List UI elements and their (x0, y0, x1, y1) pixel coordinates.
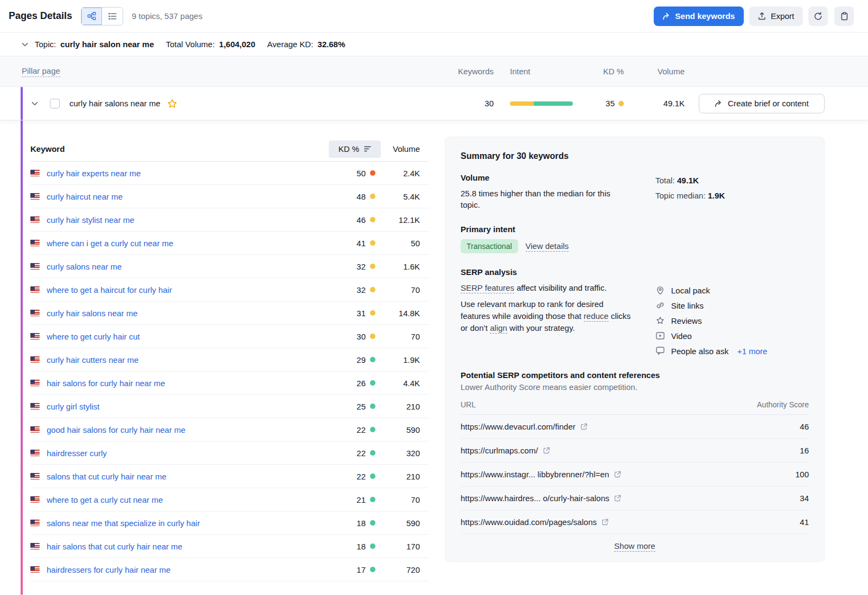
keyword-link[interactable]: where to get a haircut for curly hair (47, 285, 329, 295)
keyword-row: where to get a curly cut near me 21 70 (30, 488, 429, 511)
clipboard-button[interactable] (834, 7, 854, 26)
kd-value: 31 (356, 309, 366, 318)
kd-value: 32 (356, 285, 366, 295)
serp-features-link[interactable]: SERP features (461, 283, 514, 293)
kd-dot (370, 334, 375, 339)
competitor-url-text: https://curlmaps.com/ (461, 446, 538, 455)
mindmap-view-button[interactable] (81, 8, 102, 25)
keyword-link[interactable]: hair salons that cut curly hair near me (47, 542, 329, 551)
us-flag-icon (30, 380, 40, 386)
external-link-icon (602, 519, 609, 526)
pillar-expand-chevron-icon[interactable] (31, 101, 38, 106)
align-link[interactable]: align (490, 323, 507, 334)
keyword-link[interactable]: good hair salons for curly hair near me (47, 425, 329, 434)
url-row: https://www.ouidad.com/pages/salons 41 (461, 510, 809, 534)
kd-dot (370, 170, 375, 176)
kd-dot (370, 520, 375, 526)
keyword-row: where can i get a curly cut near me 41 5… (30, 232, 429, 255)
keyword-link[interactable]: curly hair experts near me (47, 169, 329, 178)
create-brief-button[interactable]: Create brief or content (699, 94, 825, 113)
keyword-link[interactable]: where to get a curly cut near me (47, 495, 329, 504)
us-flag-icon (30, 170, 40, 176)
volume-value: 170 (381, 542, 429, 551)
kd-value: 50 (356, 169, 366, 178)
competitor-url-link[interactable]: https://www.instagr... libbybrenner/?hl=… (461, 470, 621, 479)
keyword-table: Keyword KD % Volume curly hair experts n… (30, 137, 429, 581)
export-button[interactable]: Export (749, 7, 803, 26)
serp-feature-people-also-ask: People also ask +1 more (655, 343, 767, 359)
keyword-link[interactable]: where to get curly hair cut (47, 332, 329, 341)
external-link-icon (614, 495, 621, 502)
competitor-url-link[interactable]: https://curlmaps.com/ (461, 446, 550, 455)
topic-collapse-chevron-icon[interactable] (22, 42, 28, 47)
pillar-checkbox[interactable] (50, 99, 60, 108)
keyword-link[interactable]: salons near me that specialize in curly … (47, 519, 329, 528)
kd-dot (370, 404, 375, 409)
keyword-row: salons that cut curly hair near me 22 21… (30, 465, 429, 488)
export-icon (758, 12, 766, 20)
keyword-link[interactable]: hair salons for curly hair near me (47, 379, 329, 388)
keyword-link[interactable]: curly salons near me (47, 262, 329, 271)
kd-value: 26 (356, 379, 366, 388)
summary-title: Summary for 30 keywords (461, 151, 809, 161)
keyword-row: curly hair cutters near me 29 1.9K (30, 348, 429, 372)
kd-dot (370, 194, 375, 199)
list-view-button[interactable] (102, 8, 123, 25)
kd-sort-header[interactable]: KD % (329, 140, 381, 158)
page-title: Pages Details (9, 10, 72, 22)
kd-dot (618, 101, 624, 106)
competitors-section: Potential SERP competitors and content r… (461, 370, 809, 551)
keyword-link[interactable]: where can i get a curly cut near me (47, 239, 329, 248)
view-details-link[interactable]: View details (526, 241, 569, 252)
url-row: https://www.hairdres... o/curly-hair-sal… (461, 487, 809, 510)
refresh-button[interactable] (808, 7, 828, 26)
keyword-link[interactable]: salons that cut curly hair near me (47, 472, 329, 481)
competitor-url-link[interactable]: https://www.devacurl.com/finder (461, 422, 588, 431)
send-keywords-button[interactable]: Send keywords (654, 7, 744, 26)
reduce-link[interactable]: reduce (584, 311, 609, 322)
volume-value: 2.4K (381, 169, 429, 178)
favorite-star-icon[interactable] (167, 99, 177, 108)
pillar-page-title: curly hair salons near me (69, 99, 161, 108)
topic-bar: Topic: curly hair salon near me Total Vo… (0, 33, 868, 56)
pillar-page-column-header[interactable]: Pillar page (22, 66, 60, 77)
us-flag-icon (30, 240, 40, 246)
show-more-link[interactable]: Show more (614, 541, 655, 552)
keyword-link[interactable]: hairdresser curly (47, 449, 329, 458)
us-flag-icon (30, 193, 40, 200)
kd-value: 18 (356, 519, 366, 528)
keyword-link[interactable]: curly hair salons near me (47, 309, 329, 318)
keyword-link[interactable]: curly hair stylist near me (47, 215, 329, 225)
link-icon (655, 301, 665, 310)
competitor-url-link[interactable]: https://www.ouidad.com/pages/salons (461, 517, 609, 527)
serp-body-text: with your strategy. (509, 323, 575, 332)
keyword-table-header: Keyword KD % Volume (30, 137, 429, 162)
keyword-link[interactable]: curly haircut near me (47, 192, 329, 201)
competitor-url-link[interactable]: https://www.hairdres... o/curly-hair-sal… (461, 494, 621, 503)
kd-value: 17 (356, 565, 366, 574)
kd-dot (370, 240, 375, 246)
keyword-link[interactable]: curly hair cutters near me (47, 355, 329, 364)
us-flag-icon (30, 403, 40, 410)
url-row: https://www.instagr... libbybrenner/?hl=… (461, 463, 809, 487)
us-flag-icon (30, 566, 40, 573)
us-flag-icon (30, 333, 40, 340)
kd-dot (370, 357, 375, 362)
keyword-row: curly haircut near me 48 5.4K (30, 185, 429, 208)
kd-value: 41 (356, 239, 366, 248)
volume-value: 5.4K (381, 192, 429, 201)
intent-badge: Transactional (461, 239, 518, 253)
volume-heading: Volume (461, 173, 631, 182)
url-row: https://www.devacurl.com/finder 46 (461, 415, 809, 439)
summary-panel: Summary for 30 keywords Volume 25.8 time… (445, 137, 825, 562)
kd-dot (370, 217, 375, 222)
kd-dot (370, 287, 375, 292)
more-features-link[interactable]: +1 more (737, 347, 767, 356)
keyword-link[interactable]: curly girl stylist (47, 402, 329, 411)
us-flag-icon (30, 426, 40, 433)
keyword-link[interactable]: hairdressers for curly hair near me (47, 565, 329, 574)
volume-value: 590 (381, 425, 429, 434)
volume-value: 1.9K (381, 355, 429, 364)
question-bubble-icon (655, 347, 665, 355)
keyword-row: hair salons for curly hair near me 26 4.… (30, 372, 429, 395)
